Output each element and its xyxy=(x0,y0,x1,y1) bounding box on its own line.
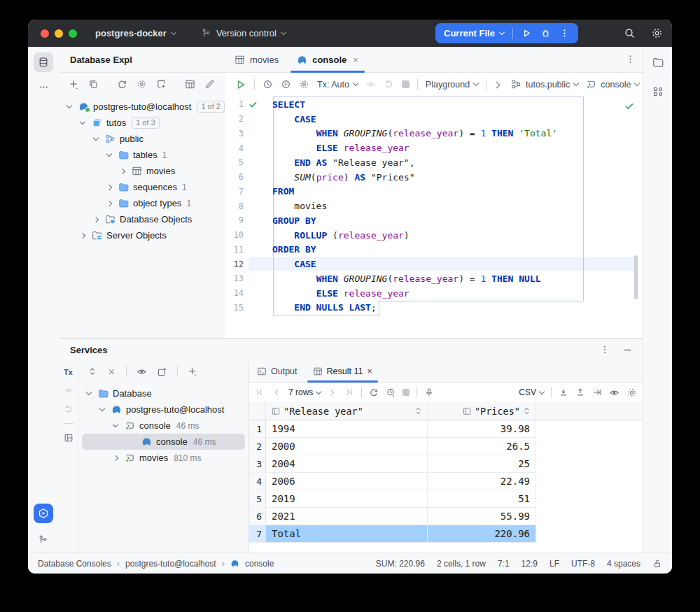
line-number[interactable]: 4 xyxy=(225,143,244,153)
code-line-14[interactable]: 14 ELSE release_year xyxy=(225,286,643,301)
row-number[interactable]: 4 xyxy=(249,473,266,490)
compare-with-icon[interactable] xyxy=(592,387,602,397)
row-number[interactable]: 1 xyxy=(249,420,266,438)
tab-movies[interactable]: movies xyxy=(225,47,288,72)
auto-refresh-clock-icon[interactable] xyxy=(386,387,396,397)
table-row-7[interactable]: 7Total220.96 xyxy=(249,525,643,543)
inspections-ok-icon[interactable] xyxy=(624,101,634,111)
close-window-button[interactable] xyxy=(41,29,49,38)
breadcrumb-item[interactable]: Database Consoles xyxy=(38,559,111,569)
structure-tool-window-icon[interactable] xyxy=(643,86,672,97)
view-options-eye-icon[interactable] xyxy=(136,367,147,377)
schema-selector[interactable]: tutos.public xyxy=(511,79,578,90)
chevron-down-icon[interactable] xyxy=(84,392,94,394)
chevron-down-icon[interactable] xyxy=(111,425,120,427)
table-row-5[interactable]: 5201951 xyxy=(249,490,643,508)
sort-icon[interactable] xyxy=(415,407,421,415)
rollback-icon[interactable] xyxy=(384,79,394,90)
add-service-plus-icon[interactable] xyxy=(188,367,197,376)
code-line-7[interactable]: 7FROM xyxy=(225,185,643,199)
editor-scrollbar[interactable] xyxy=(634,255,638,299)
chevron-down-icon[interactable] xyxy=(91,138,101,140)
line-number[interactable]: 15 xyxy=(225,303,244,313)
line-number[interactable]: 2 xyxy=(225,114,244,124)
code-line-6[interactable]: 6 SUM(price) AS "Prices" xyxy=(225,170,643,185)
line-number[interactable]: 10 xyxy=(225,230,244,240)
services-options-kebab-icon[interactable] xyxy=(600,345,610,355)
row-header-corner[interactable] xyxy=(249,402,266,420)
tree-item-object-types[interactable]: object types1 xyxy=(59,195,225,211)
code-line-15[interactable]: 15 END NULLS LAST; xyxy=(225,301,643,315)
more-tool-windows-icon[interactable] xyxy=(28,82,59,92)
jump-to-console-button[interactable] xyxy=(156,79,167,90)
stop-button[interactable] xyxy=(402,80,410,88)
cell[interactable]: 2021 xyxy=(266,508,428,525)
code-line-1[interactable]: 1SELECT xyxy=(225,97,643,112)
table-row-1[interactable]: 1199439.98 xyxy=(249,420,643,438)
line-number[interactable]: 9 xyxy=(225,215,244,225)
view-options-eye-icon[interactable] xyxy=(609,387,620,398)
chevron-down-icon[interactable] xyxy=(78,122,88,124)
run-button[interactable] xyxy=(522,28,532,38)
chevron-right-icon[interactable] xyxy=(91,218,101,222)
cell[interactable]: 1994 xyxy=(266,420,428,438)
intention-bulb-icon[interactable] xyxy=(244,259,262,269)
vcs-widget[interactable]: Version control xyxy=(201,28,286,38)
cell[interactable]: 2004 xyxy=(266,455,428,473)
code-line-10[interactable]: 10 ROLLUP (release_year) xyxy=(225,228,643,243)
line-number[interactable]: 8 xyxy=(225,201,244,211)
cell[interactable]: 55.99 xyxy=(428,508,536,525)
rollback-icon[interactable] xyxy=(64,404,74,414)
refresh-button[interactable] xyxy=(117,79,127,90)
tree-item-tutos[interactable]: tutos1 of 3 xyxy=(59,115,225,131)
line-number[interactable]: 13 xyxy=(225,273,244,283)
row-number[interactable]: 6 xyxy=(249,508,266,525)
code-line-8[interactable]: 8 movies xyxy=(225,199,643,213)
code-line-9[interactable]: 9GROUP BY xyxy=(225,213,643,228)
tx-strip-label[interactable]: Tx xyxy=(64,368,73,376)
cell[interactable]: 51 xyxy=(428,490,536,508)
open-in-new-frame-icon[interactable] xyxy=(157,367,167,377)
playground-selector[interactable]: Playground xyxy=(426,80,478,90)
chevron-right-icon[interactable] xyxy=(78,234,88,238)
line-number[interactable]: 14 xyxy=(225,288,244,298)
tree-item-public[interactable]: public xyxy=(59,131,225,147)
previous-page-icon[interactable] xyxy=(272,387,281,397)
breadcrumb-item[interactable]: console xyxy=(245,559,274,569)
code-line-3[interactable]: 3 WHEN GROUPING(release_year) = 1 THEN '… xyxy=(225,127,643,141)
tree-item-sequences[interactable]: sequences1 xyxy=(59,179,225,195)
commit-icon[interactable] xyxy=(64,385,74,395)
chevron-down-icon[interactable] xyxy=(97,408,107,411)
upload-icon[interactable] xyxy=(575,387,585,397)
tree-item-movies[interactable]: movies810 ms xyxy=(78,450,248,466)
chevron-down-icon[interactable] xyxy=(104,154,114,156)
cell[interactable]: 2019 xyxy=(266,490,428,508)
cell[interactable]: 25 xyxy=(428,455,536,473)
code-line-11[interactable]: 11ORDER BY xyxy=(225,243,643,257)
run-config-selector[interactable]: Current File xyxy=(444,28,504,38)
tree-item-database-objects[interactable]: Database Objects xyxy=(59,211,225,227)
sort-icon[interactable] xyxy=(524,407,530,415)
chevron-right-icon[interactable] xyxy=(494,80,499,90)
caret-position-indicator[interactable]: 12:9 xyxy=(522,559,538,569)
duplicate-button[interactable] xyxy=(88,79,99,90)
sql-editor[interactable]: 1SELECT2 CASE3 WHEN GROUPING(release_yea… xyxy=(225,96,643,340)
chevron-right-icon[interactable] xyxy=(111,456,120,460)
download-icon[interactable] xyxy=(559,387,568,397)
expand-all-icon[interactable] xyxy=(88,367,97,376)
history-clock-icon[interactable] xyxy=(262,79,273,90)
debug-button[interactable] xyxy=(540,28,551,38)
code-line-12[interactable]: 12 CASE xyxy=(225,257,643,271)
tree-item-database[interactable]: Database xyxy=(78,385,248,401)
tree-item-console[interactable]: console46 ms xyxy=(78,418,248,434)
cell[interactable]: 26.5 xyxy=(428,438,536,455)
stop-button[interactable] xyxy=(402,389,410,396)
tree-item-console[interactable]: console46 ms xyxy=(82,434,245,450)
code-line-4[interactable]: 4 ELSE release_year xyxy=(225,141,643,155)
unlocked-padlock-icon[interactable] xyxy=(652,559,662,569)
line-number[interactable]: 11 xyxy=(225,245,244,255)
parameters-icon[interactable]: P xyxy=(281,79,291,90)
cell[interactable]: Total xyxy=(266,525,428,543)
tx-mode-selector[interactable]: Tx: Auto xyxy=(317,80,358,90)
tree-item-movies[interactable]: movies xyxy=(59,163,225,179)
